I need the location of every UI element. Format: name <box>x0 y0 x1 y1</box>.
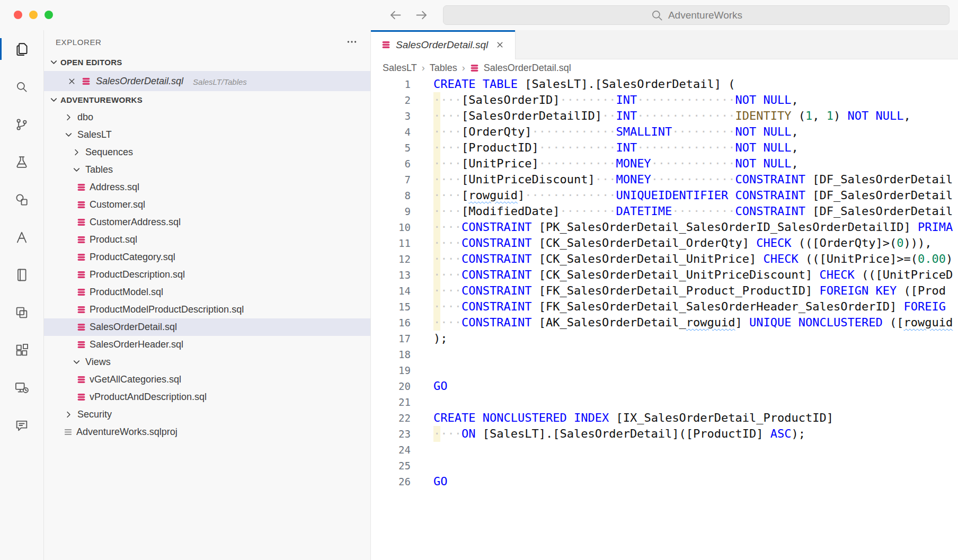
back-button[interactable] <box>388 8 403 22</box>
code-line-7[interactable]: 7····[UnitPriceDiscount]···MONEY········… <box>371 172 958 188</box>
code-line-17[interactable]: 17); <box>371 331 958 346</box>
close-window-button[interactable] <box>14 11 22 19</box>
zoom-window-button[interactable] <box>45 11 53 19</box>
tree-item-label: ProductModelProductDescription.sql <box>90 304 244 315</box>
breadcrumb-schema[interactable]: SalesLT <box>383 63 417 74</box>
code-line-14[interactable]: 14····CONSTRAINT [FK_SalesOrderDetail_Pr… <box>371 283 958 299</box>
tree-file-ProductModelProductDescription.sql[interactable]: ProductModelProductDescription.sql <box>44 301 370 318</box>
breadcrumb-file[interactable]: SalesOrderDetail.sql <box>484 63 571 74</box>
open-editor-item[interactable]: SalesOrderDetail.sql SalesLT/Tables <box>44 71 370 91</box>
code-line-16[interactable]: 16····CONSTRAINT [AK_SalesOrderDetail_ro… <box>371 315 958 331</box>
ellipsis-icon[interactable] <box>346 36 358 48</box>
line-content: ····[SalesOrderDetailID]··INT···········… <box>433 109 911 122</box>
tree-folder-dbo[interactable]: dbo <box>44 109 370 126</box>
tree-item-label: Tables <box>85 164 113 175</box>
database-icon <box>77 235 86 244</box>
code-line-21[interactable]: 21 <box>371 394 958 410</box>
code-line-12[interactable]: 12····CONSTRAINT [CK_SalesOrderDetail_Un… <box>371 251 958 267</box>
tree-file-vProductAndDescription.sql[interactable]: vProductAndDescription.sql <box>44 388 370 406</box>
activity-item-notebooks[interactable] <box>0 256 43 294</box>
activity-item-extensions[interactable] <box>0 331 43 369</box>
tree-file-SalesOrderHeader.sql[interactable]: SalesOrderHeader.sql <box>44 336 370 353</box>
tree-folder-Security[interactable]: Security <box>44 406 370 423</box>
activity-item-editor-layout[interactable] <box>0 294 43 331</box>
code-line-26[interactable]: 26GO <box>371 474 958 490</box>
code-line-4[interactable]: 4····[OrderQty]············SMALLINT·····… <box>371 124 958 140</box>
tree-item-label: SalesOrderHeader.sql <box>90 339 183 350</box>
line-number: 22 <box>371 410 411 426</box>
forward-button[interactable] <box>414 8 429 22</box>
code-line-22[interactable]: 22CREATE NONCLUSTERED INDEX [IX_SalesOrd… <box>371 410 958 426</box>
open-editor-detail: SalesLT/Tables <box>193 76 247 86</box>
tree-file-CustomerAddress.sql[interactable]: CustomerAddress.sql <box>44 214 370 231</box>
code-line-2[interactable]: 2····[SalesOrderID]········INT··········… <box>371 92 958 108</box>
close-icon[interactable] <box>495 40 504 49</box>
tree-item-label: ProductCategory.sql <box>90 252 175 263</box>
line-number: 6 <box>371 156 411 172</box>
tree-folder-Tables[interactable]: Tables <box>44 161 370 179</box>
app-window: AdventureWorks EXPLORER OPEN EDITORS Sal… <box>0 0 958 560</box>
breadcrumb-folder[interactable]: Tables <box>430 63 457 74</box>
line-content: ····[ModifiedDate]········DATETIME······… <box>433 205 953 218</box>
close-icon[interactable] <box>67 77 76 86</box>
code-line-11[interactable]: 11····CONSTRAINT [CK_SalesOrderDetail_Or… <box>371 235 958 251</box>
activity-item-objects[interactable] <box>0 181 43 218</box>
chevron-down-icon <box>64 130 74 140</box>
tree-item-label: Views <box>85 357 111 368</box>
tree-file-Customer.sql[interactable]: Customer.sql <box>44 196 370 214</box>
code-line-15[interactable]: 15····CONSTRAINT [FK_SalesOrderDetail_Sa… <box>371 299 958 315</box>
line-number: 20 <box>371 378 411 394</box>
activity-item-azure[interactable] <box>0 218 43 256</box>
code-area[interactable]: 1CREATE TABLE [SalesLT].[SalesOrderDetai… <box>371 76 958 560</box>
activity-item-source-control[interactable] <box>0 105 43 143</box>
code-line-5[interactable]: 5····[ProductID]···········INT··········… <box>371 140 958 156</box>
code-line-9[interactable]: 9····[ModifiedDate]········DATETIME·····… <box>371 203 958 219</box>
code-line-23[interactable]: 23····ON [SalesLT].[SalesOrderDetail]([P… <box>371 426 958 442</box>
code-line-25[interactable]: 25 <box>371 458 958 474</box>
code-line-13[interactable]: 13····CONSTRAINT [CK_SalesOrderDetail_Un… <box>371 267 958 283</box>
open-editors-header[interactable]: OPEN EDITORS <box>44 54 370 71</box>
activity-item-run-debug[interactable] <box>0 143 43 181</box>
tab-salesorderdetail[interactable]: SalesOrderDetail.sql <box>371 30 516 59</box>
code-line-19[interactable]: 19 <box>371 362 958 378</box>
tree-file-ProductModel.sql[interactable]: ProductModel.sql <box>44 283 370 301</box>
code-line-6[interactable]: 6····[UnitPrice]···········MONEY········… <box>371 156 958 172</box>
project-section-header[interactable]: ADVENTUREWORKS <box>44 91 370 109</box>
tree-folder-Views[interactable]: Views <box>44 353 370 371</box>
code-line-10[interactable]: 10····CONSTRAINT [PK_SalesOrderDetail_Sa… <box>371 219 958 235</box>
minimize-window-button[interactable] <box>29 11 38 19</box>
line-number: 2 <box>371 92 411 108</box>
code-line-18[interactable]: 18 <box>371 346 958 362</box>
code-line-3[interactable]: 3····[SalesOrderDetailID]··INT··········… <box>371 108 958 124</box>
tree-file-Address.sql[interactable]: Address.sql <box>44 179 370 196</box>
tree-file-vGetAllCategories.sql[interactable]: vGetAllCategories.sql <box>44 371 370 388</box>
command-center-search[interactable]: AdventureWorks <box>443 5 950 25</box>
chevron-right-icon <box>64 410 74 420</box>
activity-item-remote-history[interactable] <box>0 369 43 406</box>
search-value: AdventureWorks <box>668 10 742 21</box>
tree-file-ProductCategory.sql[interactable]: ProductCategory.sql <box>44 248 370 266</box>
flask-icon <box>14 155 29 170</box>
code-line-8[interactable]: 8····[rowguid]·············UNIQUEIDENTIF… <box>371 188 958 203</box>
code-line-1[interactable]: 1CREATE TABLE [SalesLT].[SalesOrderDetai… <box>371 76 958 92</box>
line-number: 3 <box>371 108 411 124</box>
explorer-tree: dboSalesLTSequencesTablesAddress.sqlCust… <box>44 109 370 441</box>
activity-item-explorer[interactable] <box>0 30 43 68</box>
code-line-20[interactable]: 20GO <box>371 378 958 394</box>
tree-file-AdventureWorks.sqlproj[interactable]: AdventureWorks.sqlproj <box>44 423 370 441</box>
explorer-sidebar: EXPLORER OPEN EDITORS SalesOrderDetail.s… <box>44 30 371 560</box>
tree-file-ProductDescription.sql[interactable]: ProductDescription.sql <box>44 266 370 283</box>
tree-folder-Sequences[interactable]: Sequences <box>44 144 370 161</box>
chevron-down-icon <box>72 357 82 367</box>
tree-file-SalesOrderDetail.sql[interactable]: SalesOrderDetail.sql <box>44 318 370 336</box>
activity-item-comments[interactable] <box>0 406 43 444</box>
tree-file-Product.sql[interactable]: Product.sql <box>44 231 370 248</box>
open-editor-name: SalesOrderDetail.sql <box>96 76 183 87</box>
project-section-label: ADVENTUREWORKS <box>60 95 143 104</box>
line-content: ····CONSTRAINT [PK_SalesOrderDetail_Sale… <box>433 220 953 234</box>
tree-folder-SalesLT[interactable]: SalesLT <box>44 126 370 144</box>
tree-item-label: SalesLT <box>77 129 112 140</box>
breadcrumb: SalesLT › Tables › SalesOrderDetail.sql <box>371 59 958 76</box>
activity-item-search[interactable] <box>0 68 43 105</box>
code-line-24[interactable]: 24 <box>371 442 958 458</box>
